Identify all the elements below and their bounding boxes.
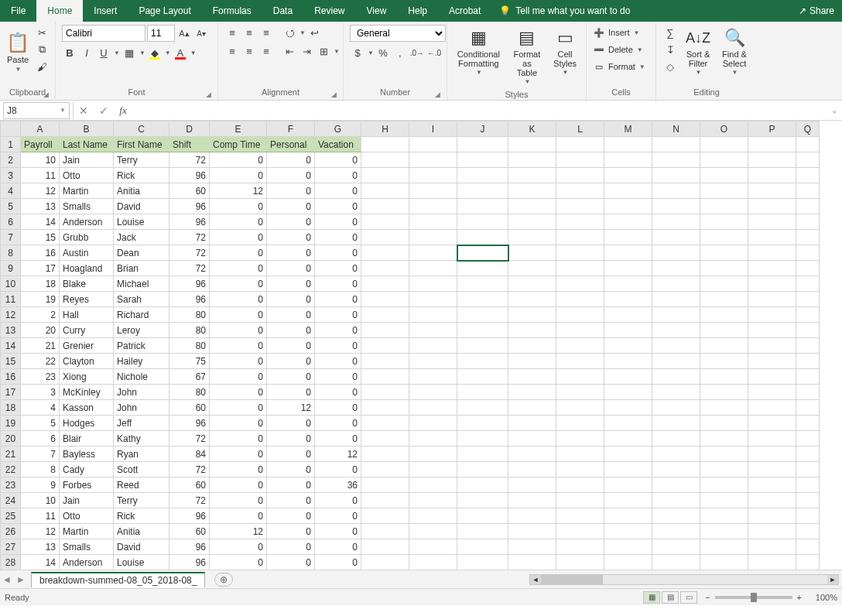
number-format-select[interactable]: General bbox=[350, 25, 446, 42]
cell[interactable]: 0 bbox=[210, 152, 267, 168]
cell[interactable] bbox=[748, 369, 796, 385]
cell[interactable]: 21 bbox=[21, 338, 60, 354]
cell[interactable]: Jack bbox=[114, 230, 169, 245]
cell[interactable] bbox=[796, 261, 820, 276]
cell[interactable]: 96 bbox=[169, 199, 210, 214]
cell[interactable]: Brian bbox=[114, 261, 169, 276]
cell[interactable]: 0 bbox=[267, 462, 315, 477]
cell[interactable] bbox=[361, 137, 409, 152]
cell[interactable] bbox=[556, 307, 604, 323]
cell[interactable] bbox=[652, 152, 700, 168]
cell[interactable] bbox=[700, 214, 748, 230]
cell[interactable] bbox=[556, 477, 604, 493]
cell[interactable] bbox=[796, 230, 820, 245]
cell[interactable]: 0 bbox=[267, 292, 315, 307]
cell[interactable]: 0 bbox=[267, 245, 315, 261]
cell[interactable] bbox=[457, 385, 508, 400]
insert-cells-button[interactable]: ➕Insert▼ bbox=[593, 25, 639, 40]
cell[interactable] bbox=[796, 524, 820, 539]
row-header[interactable]: 17 bbox=[1, 385, 21, 400]
cell[interactable]: 0 bbox=[315, 307, 361, 323]
cell[interactable]: Jain bbox=[60, 493, 114, 508]
row-header[interactable]: 2 bbox=[1, 152, 21, 168]
cell[interactable]: 13 bbox=[21, 539, 60, 555]
cell[interactable]: 96 bbox=[169, 276, 210, 292]
cell[interactable]: 18 bbox=[21, 276, 60, 292]
cell[interactable] bbox=[796, 245, 820, 261]
cell[interactable] bbox=[796, 416, 820, 431]
cell[interactable] bbox=[652, 400, 700, 416]
alignment-launcher[interactable]: ◢ bbox=[331, 91, 337, 98]
cell[interactable]: Payroll bbox=[21, 137, 60, 152]
cell[interactable]: 75 bbox=[169, 354, 210, 369]
cell[interactable] bbox=[748, 431, 796, 447]
cell[interactable] bbox=[508, 245, 556, 261]
cell[interactable] bbox=[748, 493, 796, 508]
cell[interactable] bbox=[457, 447, 508, 462]
cell[interactable]: 11 bbox=[21, 508, 60, 524]
cell[interactable] bbox=[409, 307, 457, 323]
align-middle-icon[interactable]: ≡ bbox=[241, 25, 257, 40]
cell[interactable]: Anitia bbox=[114, 183, 169, 199]
cell[interactable] bbox=[409, 338, 457, 354]
cell[interactable]: Reyes bbox=[60, 292, 114, 307]
cell[interactable]: Nichole bbox=[114, 369, 169, 385]
cell[interactable] bbox=[796, 276, 820, 292]
align-left-icon[interactable]: ≡ bbox=[224, 43, 240, 59]
find-select-button[interactable]: 🔍Find & Select▼ bbox=[718, 25, 751, 79]
cell[interactable] bbox=[652, 477, 700, 493]
cell[interactable] bbox=[361, 447, 409, 462]
cell[interactable]: Jain bbox=[60, 152, 114, 168]
cell[interactable] bbox=[556, 292, 604, 307]
cell[interactable]: Jeff bbox=[114, 416, 169, 431]
cell[interactable]: 0 bbox=[267, 508, 315, 524]
cell[interactable] bbox=[508, 369, 556, 385]
sheet-nav-next[interactable]: ► bbox=[14, 574, 28, 585]
cell[interactable]: Hoagland bbox=[60, 261, 114, 276]
cell[interactable] bbox=[652, 199, 700, 214]
cell[interactable] bbox=[409, 447, 457, 462]
name-box[interactable]: J8▼ bbox=[3, 102, 70, 119]
cell[interactable]: 0 bbox=[315, 214, 361, 230]
cell[interactable] bbox=[700, 508, 748, 524]
cell[interactable] bbox=[652, 338, 700, 354]
underline-button[interactable]: U bbox=[96, 45, 111, 60]
cell[interactable] bbox=[700, 168, 748, 183]
cell[interactable] bbox=[457, 137, 508, 152]
cell[interactable] bbox=[409, 276, 457, 292]
cell[interactable] bbox=[748, 539, 796, 555]
cell[interactable] bbox=[604, 199, 652, 214]
cell[interactable] bbox=[604, 261, 652, 276]
cell[interactable] bbox=[409, 354, 457, 369]
cell[interactable] bbox=[508, 183, 556, 199]
cell[interactable]: 80 bbox=[169, 385, 210, 400]
menu-tab-formulas[interactable]: Formulas bbox=[202, 0, 262, 22]
cell[interactable]: 0 bbox=[267, 447, 315, 462]
cell[interactable]: 72 bbox=[169, 152, 210, 168]
cell[interactable]: 7 bbox=[21, 447, 60, 462]
cell[interactable] bbox=[700, 524, 748, 539]
cell[interactable]: 0 bbox=[210, 508, 267, 524]
cell[interactable]: Xiong bbox=[60, 369, 114, 385]
cell[interactable]: Comp Time bbox=[210, 137, 267, 152]
cell[interactable]: Otto bbox=[60, 168, 114, 183]
cell[interactable] bbox=[556, 431, 604, 447]
cell[interactable] bbox=[796, 462, 820, 477]
cell[interactable] bbox=[748, 323, 796, 338]
cell[interactable] bbox=[409, 555, 457, 570]
cell[interactable] bbox=[748, 477, 796, 493]
cell[interactable]: 96 bbox=[169, 214, 210, 230]
cell[interactable]: 0 bbox=[315, 493, 361, 508]
cell[interactable] bbox=[652, 354, 700, 369]
cell[interactable] bbox=[556, 493, 604, 508]
cell[interactable] bbox=[457, 307, 508, 323]
cell[interactable] bbox=[748, 416, 796, 431]
cell[interactable] bbox=[700, 477, 748, 493]
page-layout-view-button[interactable]: ▤ bbox=[662, 591, 679, 604]
cell[interactable] bbox=[508, 524, 556, 539]
align-center-icon[interactable]: ≡ bbox=[241, 43, 257, 59]
cell[interactable]: 0 bbox=[315, 292, 361, 307]
row-header[interactable]: 9 bbox=[1, 261, 21, 276]
cell[interactable] bbox=[361, 369, 409, 385]
cell[interactable] bbox=[604, 307, 652, 323]
